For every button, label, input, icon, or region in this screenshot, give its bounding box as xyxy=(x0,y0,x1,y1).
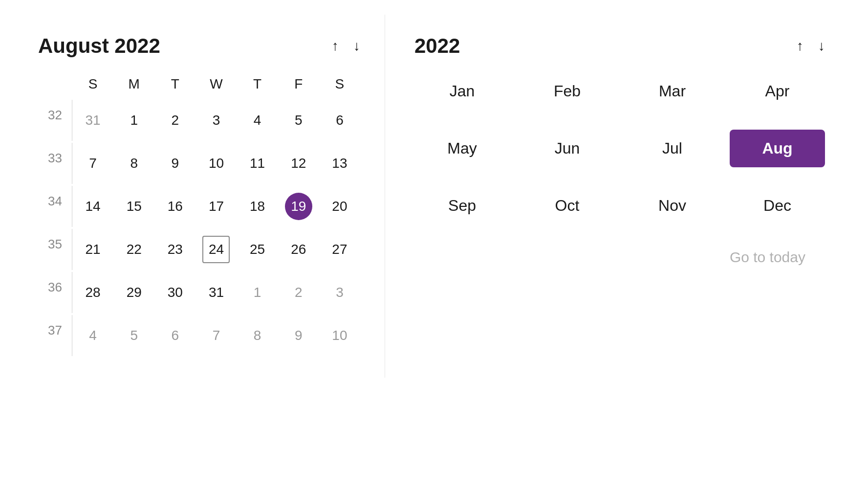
day-cell[interactable]: 8 xyxy=(113,143,154,184)
day-header-t-2: T xyxy=(154,72,195,96)
day-label: 18 xyxy=(244,193,271,220)
day-cell[interactable]: 2 xyxy=(278,272,319,313)
day-cell[interactable]: 11 xyxy=(237,143,278,184)
month-item-may[interactable]: May xyxy=(414,130,510,167)
day-cell[interactable]: 4 xyxy=(237,100,278,141)
year-panel: 2022 ↑ ↓ JanFebMarAprMayJunJulAugSepOctN… xyxy=(385,15,854,285)
day-label: 14 xyxy=(79,193,107,220)
day-cell[interactable]: 26 xyxy=(278,229,319,270)
day-cell[interactable]: 5 xyxy=(113,315,154,356)
day-label: 10 xyxy=(202,150,230,177)
year-title: 2022 xyxy=(414,34,460,58)
year-nav-down[interactable]: ↓ xyxy=(818,39,825,53)
day-cell[interactable]: 6 xyxy=(154,315,195,356)
day-cell[interactable]: 15 xyxy=(113,186,154,227)
day-label: 24 xyxy=(202,236,230,263)
day-cell[interactable]: 19 xyxy=(278,186,319,227)
day-cell[interactable]: 6 xyxy=(319,100,360,141)
calendar-week-row: 3521222324252627 xyxy=(38,229,360,270)
day-label: 5 xyxy=(120,322,148,349)
day-cell[interactable]: 3 xyxy=(319,272,360,313)
day-cell[interactable]: 20 xyxy=(319,186,360,227)
month-item-apr[interactable]: Apr xyxy=(730,72,825,110)
day-label: 16 xyxy=(161,193,189,220)
day-header-s-0: S xyxy=(72,72,113,96)
day-cell[interactable]: 10 xyxy=(195,143,237,184)
day-label: 4 xyxy=(79,322,107,349)
month-title: August 2022 xyxy=(38,34,160,58)
day-cell[interactable]: 28 xyxy=(72,272,113,313)
go-to-today[interactable]: Go to today xyxy=(414,249,825,266)
day-label: 6 xyxy=(326,107,353,134)
day-label: 4 xyxy=(244,107,271,134)
day-label: 9 xyxy=(161,150,189,177)
day-cell[interactable]: 21 xyxy=(72,229,113,270)
day-cell[interactable]: 9 xyxy=(154,143,195,184)
calendar-week-row: 3378910111213 xyxy=(38,143,360,184)
week-num-header-empty xyxy=(38,72,72,96)
day-cell[interactable]: 5 xyxy=(278,100,319,141)
year-months-grid: JanFebMarAprMayJunJulAugSepOctNovDec xyxy=(414,72,825,225)
day-cell[interactable]: 27 xyxy=(319,229,360,270)
year-nav-up[interactable]: ↑ xyxy=(797,39,803,53)
day-header-f-5: F xyxy=(278,72,319,96)
month-item-aug[interactable]: Aug xyxy=(730,130,825,167)
day-cell[interactable]: 30 xyxy=(154,272,195,313)
day-label: 13 xyxy=(326,150,353,177)
month-item-jun[interactable]: Jun xyxy=(520,130,615,167)
month-item-jul[interactable]: Jul xyxy=(625,130,720,167)
day-header-t-4: T xyxy=(237,72,278,96)
day-label: 6 xyxy=(161,322,189,349)
day-cell[interactable]: 8 xyxy=(237,315,278,356)
month-item-nov[interactable]: Nov xyxy=(625,187,720,225)
day-cell[interactable]: 18 xyxy=(237,186,278,227)
month-item-oct[interactable]: Oct xyxy=(520,187,615,225)
day-cell[interactable]: 12 xyxy=(278,143,319,184)
day-cell[interactable]: 4 xyxy=(72,315,113,356)
month-item-sep[interactable]: Sep xyxy=(414,187,510,225)
calendar-week-row: 3745678910 xyxy=(38,315,360,356)
week-number: 33 xyxy=(38,143,72,184)
calendar-week-row: 3414151617181920 xyxy=(38,186,360,227)
day-cell[interactable]: 1 xyxy=(237,272,278,313)
day-label: 29 xyxy=(120,279,148,306)
day-cell[interactable]: 7 xyxy=(195,315,237,356)
day-cell[interactable]: 17 xyxy=(195,186,237,227)
day-cell[interactable]: 25 xyxy=(237,229,278,270)
day-cell[interactable]: 13 xyxy=(319,143,360,184)
year-header: 2022 ↑ ↓ xyxy=(414,34,825,58)
day-label: 30 xyxy=(161,279,189,306)
day-header-m-1: M xyxy=(113,72,154,96)
day-cell[interactable]: 22 xyxy=(113,229,154,270)
day-cell[interactable]: 16 xyxy=(154,186,195,227)
day-label: 3 xyxy=(202,107,230,134)
day-cell[interactable]: 14 xyxy=(72,186,113,227)
day-label: 10 xyxy=(326,322,353,349)
day-cell[interactable]: 7 xyxy=(72,143,113,184)
month-nav-down[interactable]: ↓ xyxy=(353,39,360,53)
calendar-grid: SMTWTFS 32311234563378910111213341415161… xyxy=(38,72,360,356)
week-number: 37 xyxy=(38,315,72,356)
month-item-mar[interactable]: Mar xyxy=(625,72,720,110)
month-item-dec[interactable]: Dec xyxy=(730,187,825,225)
day-cell[interactable]: 1 xyxy=(113,100,154,141)
day-label: 23 xyxy=(161,236,189,263)
day-cell[interactable]: 3 xyxy=(195,100,237,141)
day-cell[interactable]: 29 xyxy=(113,272,154,313)
month-nav-up[interactable]: ↑ xyxy=(332,39,339,53)
day-cell[interactable]: 9 xyxy=(278,315,319,356)
day-cell[interactable]: 10 xyxy=(319,315,360,356)
month-item-jan[interactable]: Jan xyxy=(414,72,510,110)
day-label: 28 xyxy=(79,279,107,306)
week-number: 35 xyxy=(38,229,72,270)
day-label: 27 xyxy=(326,236,353,263)
day-cell[interactable]: 23 xyxy=(154,229,195,270)
day-cell[interactable]: 2 xyxy=(154,100,195,141)
month-header: August 2022 ↑ ↓ xyxy=(38,34,360,58)
day-cell[interactable]: 31 xyxy=(72,100,113,141)
day-cell[interactable]: 24 xyxy=(195,229,237,270)
calendar-week-row: 3628293031123 xyxy=(38,272,360,313)
day-cell[interactable]: 31 xyxy=(195,272,237,313)
day-header-w-3: W xyxy=(195,72,237,96)
month-item-feb[interactable]: Feb xyxy=(520,72,615,110)
